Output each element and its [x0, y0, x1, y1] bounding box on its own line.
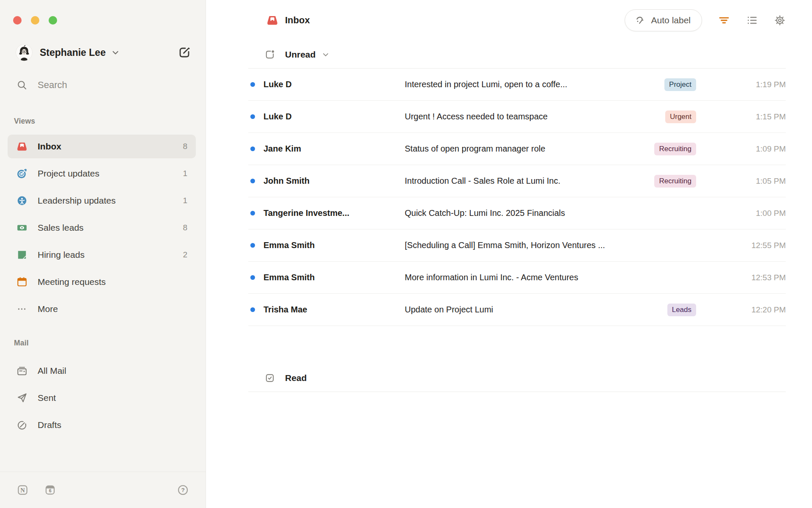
- email-sender: Tangerine Investme...: [263, 208, 405, 218]
- unread-dot: [250, 114, 255, 119]
- unread-section-header[interactable]: Unread: [248, 41, 786, 69]
- ellipsis-icon: [16, 304, 27, 315]
- close-window-button[interactable]: [13, 16, 22, 25]
- email-row[interactable]: Emma Smith More information in Lumi Inc.…: [248, 262, 786, 294]
- sidebar-item-label: Sent: [38, 393, 56, 403]
- minimize-window-button[interactable]: [31, 16, 39, 25]
- email-sender: Emma Smith: [263, 273, 405, 282]
- inbox-icon: [266, 14, 278, 26]
- unread-dot: [250, 307, 255, 312]
- auto-label-button[interactable]: Auto label: [625, 9, 702, 31]
- banknote-icon: [16, 222, 27, 233]
- label-tag: Recruiting: [654, 143, 696, 155]
- calendar-badge-icon[interactable]: 6: [44, 484, 56, 496]
- filter-icon: [718, 14, 730, 26]
- search-input[interactable]: Search: [16, 80, 206, 91]
- email-subject: [Scheduling a Call] Emma Smith, Horizon …: [405, 240, 696, 250]
- email-subject: Introduction Call - Sales Role at Lumi I…: [405, 176, 654, 186]
- email-sender: Jane Kim: [263, 144, 405, 154]
- email-row[interactable]: Luke D Urgent ! Access needed to teamspa…: [248, 101, 786, 133]
- sidebar-item-meeting-requests[interactable]: Meeting requests: [8, 270, 196, 294]
- auto-label-wand-icon: [634, 15, 646, 26]
- settings-button[interactable]: [774, 14, 786, 26]
- read-section-label: Read: [285, 373, 307, 383]
- filter-button[interactable]: [718, 14, 730, 26]
- unread-icon: [264, 49, 275, 60]
- unread-dot: [250, 243, 255, 248]
- target-icon: [16, 168, 27, 179]
- note-icon: [16, 249, 27, 260]
- unread-dot: [250, 275, 255, 280]
- unread-section-label: Unread: [285, 50, 315, 60]
- svg-text:N: N: [20, 487, 25, 494]
- read-section-header[interactable]: Read: [248, 364, 786, 392]
- email-time: 1:00 PM: [722, 209, 786, 218]
- sidebar-item-hiring-leads[interactable]: Hiring leads 2: [8, 243, 196, 267]
- email-sender: John Smith: [263, 176, 405, 186]
- unread-count: 8: [183, 142, 187, 151]
- notion-logo-icon[interactable]: N: [17, 484, 28, 496]
- chevron-down-icon: [111, 48, 120, 57]
- window-controls: [0, 0, 206, 25]
- sidebar-item-more[interactable]: More: [8, 297, 196, 321]
- unread-count: 1: [183, 196, 187, 205]
- svg-text:6: 6: [49, 488, 52, 493]
- email-subject: More information in Lumi Inc. - Acme Ven…: [405, 273, 696, 282]
- label-tag: Leads: [667, 304, 696, 316]
- email-time: 1:15 PM: [722, 112, 786, 121]
- all-mail-icon: [16, 365, 27, 376]
- sidebar-item-leadership-updates[interactable]: Leadership updates 1: [8, 189, 196, 213]
- zoom-window-button[interactable]: [49, 16, 57, 25]
- search-icon: [16, 80, 27, 91]
- sidebar-item-sales-leads[interactable]: Sales leads 8: [8, 216, 196, 240]
- avatar: [16, 44, 33, 61]
- unread-count: 2: [183, 250, 187, 260]
- sidebar-item-project-updates[interactable]: Project updates 1: [8, 162, 196, 185]
- email-time: 1:19 PM: [722, 80, 786, 89]
- user-name: Stephanie Lee: [40, 47, 106, 58]
- email-row[interactable]: John Smith Introduction Call - Sales Rol…: [248, 165, 786, 197]
- unread-dot: [250, 211, 255, 215]
- sidebar-item-label: All Mail: [38, 366, 66, 376]
- sidebar-footer: N 6 ?: [0, 472, 206, 508]
- header-actions: Auto label: [625, 9, 786, 31]
- main-header: Inbox Auto label: [248, 0, 786, 41]
- email-subject: Urgent ! Access needed to teamspace: [405, 112, 665, 121]
- sidebar-item-sent[interactable]: Sent: [8, 386, 196, 410]
- email-sender: Luke D: [263, 112, 405, 121]
- sidebar-item-label: Drafts: [38, 420, 61, 430]
- account-switcher[interactable]: Stephanie Lee: [16, 44, 191, 61]
- main-panel: Inbox Auto label: [206, 0, 812, 508]
- sidebar-item-all-mail[interactable]: All Mail: [8, 359, 196, 383]
- send-icon: [16, 392, 27, 403]
- sidebar-item-label: Hiring leads: [38, 250, 85, 260]
- email-row[interactable]: Trisha Mae Update on Project Lumi Leads …: [248, 294, 786, 326]
- email-subject: Quick Catch-Up: Lumi Inc. 2025 Financial…: [405, 208, 696, 218]
- email-sender: Luke D: [263, 80, 405, 89]
- compose-icon: [178, 46, 191, 59]
- views-section-label: Views: [14, 117, 206, 126]
- help-icon[interactable]: ?: [177, 484, 189, 496]
- label-tag: Urgent: [665, 110, 696, 123]
- page-title: Inbox: [285, 15, 310, 26]
- sidebar-item-drafts[interactable]: Drafts: [8, 413, 196, 437]
- email-time: 12:55 PM: [722, 241, 786, 250]
- sidebar-item-label: Project updates: [38, 168, 99, 179]
- label-tag: Project: [664, 78, 696, 91]
- email-time: 1:09 PM: [722, 144, 786, 154]
- email-row[interactable]: Jane Kim Status of open program manager …: [248, 133, 786, 165]
- unread-count: 1: [183, 169, 187, 178]
- list-view-button[interactable]: [746, 14, 758, 26]
- email-row[interactable]: Tangerine Investme... Quick Catch-Up: Lu…: [248, 197, 786, 229]
- unread-dot: [250, 146, 255, 151]
- sidebar-item-inbox[interactable]: Inbox 8: [8, 135, 196, 158]
- sidebar: Stephanie Lee Search Views Inbox: [0, 0, 206, 508]
- compose-button[interactable]: [178, 46, 191, 59]
- mail-section-label: Mail: [14, 339, 206, 348]
- person-circle-icon: [16, 195, 27, 206]
- search-placeholder: Search: [38, 80, 67, 91]
- email-time: 12:53 PM: [722, 273, 786, 282]
- email-row[interactable]: Luke D Interested in project Lumi, open …: [248, 69, 786, 101]
- unread-dot: [250, 82, 255, 87]
- email-row[interactable]: Emma Smith [Scheduling a Call] Emma Smit…: [248, 229, 786, 262]
